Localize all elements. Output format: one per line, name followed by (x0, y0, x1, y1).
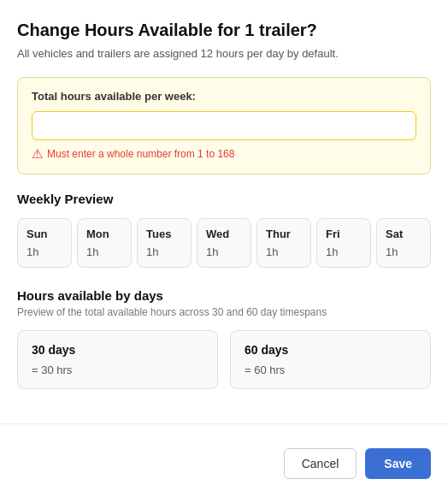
cancel-button[interactable]: Cancel (284, 448, 357, 479)
timespan-value: = 60 hrs (245, 364, 416, 376)
footer: Cancel Save (0, 438, 448, 485)
save-button[interactable]: Save (365, 448, 431, 479)
error-text: Must enter a whole number from 1 to 168 (47, 148, 234, 160)
day-hours: 1h (27, 245, 66, 258)
day-card: Sat 1h (376, 218, 431, 268)
timespan-label: 30 days (32, 343, 203, 357)
page-title: Change Hours Available for 1 trailer? (17, 21, 431, 40)
day-name: Sun (27, 228, 66, 240)
day-name: Wed (206, 228, 245, 240)
day-card: Sun 1h (17, 218, 72, 268)
hours-by-days-title: Hours available by days (17, 288, 431, 303)
day-hours: 1h (86, 245, 126, 258)
hours-input-label: Total hours available per week: (32, 90, 416, 103)
error-icon: ⚠ (32, 147, 43, 160)
day-hours: 1h (386, 245, 425, 258)
timespan-card: 60 days = 60 hrs (230, 330, 431, 389)
day-card: Tues 1h (137, 218, 192, 268)
hours-by-days-section: Hours available by days Preview of the t… (17, 288, 431, 389)
hours-input-field[interactable] (32, 111, 416, 140)
day-name: Thur (266, 228, 305, 240)
timespan-value: = 30 hrs (32, 364, 203, 376)
hours-input-box: Total hours available per week: ⚠ Must e… (17, 77, 431, 174)
page-subtitle: All vehicles and trailers are assigned 1… (17, 47, 431, 60)
day-card: Fri 1h (316, 218, 371, 268)
timespan-label: 60 days (245, 343, 416, 357)
footer-divider (0, 423, 448, 424)
day-card: Wed 1h (197, 218, 251, 268)
day-hours: 1h (266, 245, 305, 258)
day-card: Thur 1h (256, 218, 311, 268)
hours-by-days-subtitle: Preview of the total available hours acr… (17, 306, 431, 318)
day-name: Tues (146, 228, 186, 240)
day-hours: 1h (206, 245, 245, 258)
day-name: Sat (386, 228, 425, 240)
day-name: Mon (86, 228, 126, 240)
days-row: Sun 1h Mon 1h Tues 1h Wed 1h Thur 1h Fri… (17, 218, 431, 268)
day-hours: 1h (326, 245, 365, 258)
day-card: Mon 1h (77, 218, 132, 268)
weekly-preview-section: Weekly Preview Sun 1h Mon 1h Tues 1h Wed… (17, 192, 431, 268)
timespan-row: 30 days = 30 hrs 60 days = 60 hrs (17, 330, 431, 389)
timespan-card: 30 days = 30 hrs (17, 330, 218, 389)
error-message-row: ⚠ Must enter a whole number from 1 to 16… (32, 147, 416, 160)
day-name: Fri (326, 228, 365, 240)
weekly-preview-title: Weekly Preview (17, 192, 431, 206)
day-hours: 1h (146, 245, 186, 258)
